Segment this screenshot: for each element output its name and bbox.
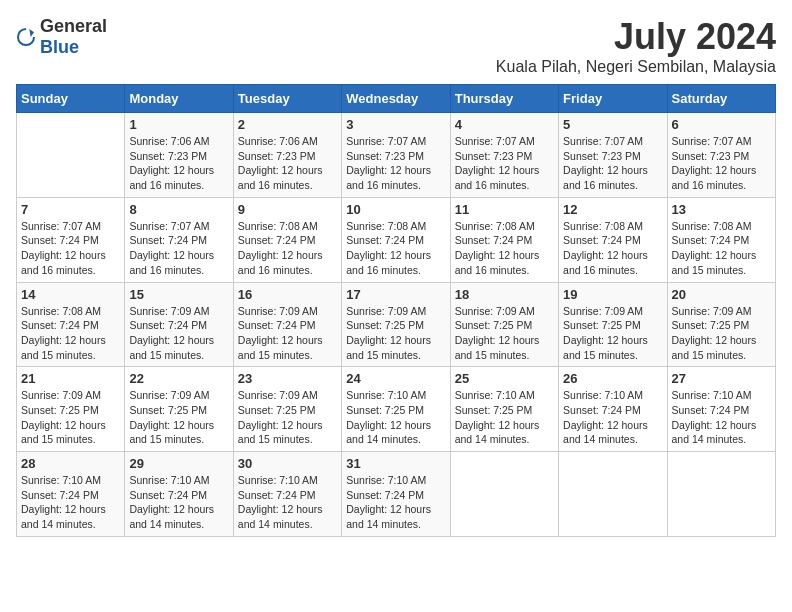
header-cell-thursday: Thursday	[450, 85, 558, 113]
month-title: July 2024	[496, 16, 776, 58]
day-cell: 26Sunrise: 7:10 AMSunset: 7:24 PMDayligh…	[559, 367, 667, 452]
day-cell: 18Sunrise: 7:09 AMSunset: 7:25 PMDayligh…	[450, 282, 558, 367]
day-cell: 6Sunrise: 7:07 AMSunset: 7:23 PMDaylight…	[667, 113, 775, 198]
day-number: 31	[346, 456, 445, 471]
day-cell: 13Sunrise: 7:08 AMSunset: 7:24 PMDayligh…	[667, 197, 775, 282]
day-number: 9	[238, 202, 337, 217]
day-info: Sunrise: 7:06 AMSunset: 7:23 PMDaylight:…	[238, 134, 337, 193]
day-cell: 8Sunrise: 7:07 AMSunset: 7:24 PMDaylight…	[125, 197, 233, 282]
logo-blue: Blue	[40, 37, 79, 57]
day-cell: 9Sunrise: 7:08 AMSunset: 7:24 PMDaylight…	[233, 197, 341, 282]
header-cell-sunday: Sunday	[17, 85, 125, 113]
logo-icon	[16, 27, 36, 47]
day-cell: 27Sunrise: 7:10 AMSunset: 7:24 PMDayligh…	[667, 367, 775, 452]
day-cell: 7Sunrise: 7:07 AMSunset: 7:24 PMDaylight…	[17, 197, 125, 282]
day-number: 26	[563, 371, 662, 386]
day-number: 8	[129, 202, 228, 217]
day-info: Sunrise: 7:10 AMSunset: 7:24 PMDaylight:…	[563, 388, 662, 447]
day-info: Sunrise: 7:10 AMSunset: 7:24 PMDaylight:…	[129, 473, 228, 532]
day-cell: 31Sunrise: 7:10 AMSunset: 7:24 PMDayligh…	[342, 452, 450, 537]
day-cell: 4Sunrise: 7:07 AMSunset: 7:23 PMDaylight…	[450, 113, 558, 198]
day-number: 4	[455, 117, 554, 132]
header-cell-friday: Friday	[559, 85, 667, 113]
day-info: Sunrise: 7:09 AMSunset: 7:25 PMDaylight:…	[238, 388, 337, 447]
day-cell: 3Sunrise: 7:07 AMSunset: 7:23 PMDaylight…	[342, 113, 450, 198]
day-info: Sunrise: 7:10 AMSunset: 7:24 PMDaylight:…	[346, 473, 445, 532]
logo: General Blue	[16, 16, 107, 58]
day-cell: 30Sunrise: 7:10 AMSunset: 7:24 PMDayligh…	[233, 452, 341, 537]
day-cell	[17, 113, 125, 198]
day-number: 23	[238, 371, 337, 386]
day-number: 20	[672, 287, 771, 302]
day-info: Sunrise: 7:08 AMSunset: 7:24 PMDaylight:…	[21, 304, 120, 363]
day-info: Sunrise: 7:09 AMSunset: 7:24 PMDaylight:…	[238, 304, 337, 363]
day-cell: 28Sunrise: 7:10 AMSunset: 7:24 PMDayligh…	[17, 452, 125, 537]
header-row: SundayMondayTuesdayWednesdayThursdayFrid…	[17, 85, 776, 113]
header-cell-tuesday: Tuesday	[233, 85, 341, 113]
day-cell: 19Sunrise: 7:09 AMSunset: 7:25 PMDayligh…	[559, 282, 667, 367]
day-cell: 22Sunrise: 7:09 AMSunset: 7:25 PMDayligh…	[125, 367, 233, 452]
day-info: Sunrise: 7:09 AMSunset: 7:25 PMDaylight:…	[21, 388, 120, 447]
day-cell: 25Sunrise: 7:10 AMSunset: 7:25 PMDayligh…	[450, 367, 558, 452]
day-info: Sunrise: 7:09 AMSunset: 7:25 PMDaylight:…	[455, 304, 554, 363]
day-cell: 23Sunrise: 7:09 AMSunset: 7:25 PMDayligh…	[233, 367, 341, 452]
day-number: 30	[238, 456, 337, 471]
day-cell	[559, 452, 667, 537]
day-info: Sunrise: 7:08 AMSunset: 7:24 PMDaylight:…	[346, 219, 445, 278]
day-cell: 5Sunrise: 7:07 AMSunset: 7:23 PMDaylight…	[559, 113, 667, 198]
day-info: Sunrise: 7:07 AMSunset: 7:23 PMDaylight:…	[672, 134, 771, 193]
day-cell: 1Sunrise: 7:06 AMSunset: 7:23 PMDaylight…	[125, 113, 233, 198]
day-info: Sunrise: 7:07 AMSunset: 7:23 PMDaylight:…	[455, 134, 554, 193]
day-info: Sunrise: 7:09 AMSunset: 7:25 PMDaylight:…	[129, 388, 228, 447]
day-cell: 12Sunrise: 7:08 AMSunset: 7:24 PMDayligh…	[559, 197, 667, 282]
header-cell-saturday: Saturday	[667, 85, 775, 113]
day-number: 13	[672, 202, 771, 217]
day-number: 12	[563, 202, 662, 217]
day-number: 11	[455, 202, 554, 217]
day-number: 1	[129, 117, 228, 132]
day-number: 21	[21, 371, 120, 386]
day-number: 10	[346, 202, 445, 217]
day-number: 2	[238, 117, 337, 132]
day-info: Sunrise: 7:09 AMSunset: 7:25 PMDaylight:…	[346, 304, 445, 363]
day-number: 27	[672, 371, 771, 386]
day-number: 18	[455, 287, 554, 302]
day-info: Sunrise: 7:10 AMSunset: 7:24 PMDaylight:…	[21, 473, 120, 532]
day-info: Sunrise: 7:07 AMSunset: 7:24 PMDaylight:…	[129, 219, 228, 278]
day-number: 3	[346, 117, 445, 132]
title-area: July 2024 Kuala Pilah, Negeri Sembilan, …	[496, 16, 776, 76]
day-number: 5	[563, 117, 662, 132]
day-cell: 16Sunrise: 7:09 AMSunset: 7:24 PMDayligh…	[233, 282, 341, 367]
location-title: Kuala Pilah, Negeri Sembilan, Malaysia	[496, 58, 776, 76]
logo-general: General	[40, 16, 107, 36]
day-cell: 24Sunrise: 7:10 AMSunset: 7:25 PMDayligh…	[342, 367, 450, 452]
day-info: Sunrise: 7:08 AMSunset: 7:24 PMDaylight:…	[238, 219, 337, 278]
day-cell: 20Sunrise: 7:09 AMSunset: 7:25 PMDayligh…	[667, 282, 775, 367]
day-info: Sunrise: 7:08 AMSunset: 7:24 PMDaylight:…	[672, 219, 771, 278]
day-number: 16	[238, 287, 337, 302]
day-cell: 14Sunrise: 7:08 AMSunset: 7:24 PMDayligh…	[17, 282, 125, 367]
week-row-3: 14Sunrise: 7:08 AMSunset: 7:24 PMDayligh…	[17, 282, 776, 367]
day-cell: 10Sunrise: 7:08 AMSunset: 7:24 PMDayligh…	[342, 197, 450, 282]
day-info: Sunrise: 7:08 AMSunset: 7:24 PMDaylight:…	[455, 219, 554, 278]
day-info: Sunrise: 7:10 AMSunset: 7:24 PMDaylight:…	[672, 388, 771, 447]
day-number: 22	[129, 371, 228, 386]
day-number: 17	[346, 287, 445, 302]
day-info: Sunrise: 7:09 AMSunset: 7:25 PMDaylight:…	[672, 304, 771, 363]
day-info: Sunrise: 7:08 AMSunset: 7:24 PMDaylight:…	[563, 219, 662, 278]
day-info: Sunrise: 7:10 AMSunset: 7:24 PMDaylight:…	[238, 473, 337, 532]
day-cell: 21Sunrise: 7:09 AMSunset: 7:25 PMDayligh…	[17, 367, 125, 452]
day-cell: 29Sunrise: 7:10 AMSunset: 7:24 PMDayligh…	[125, 452, 233, 537]
week-row-1: 1Sunrise: 7:06 AMSunset: 7:23 PMDaylight…	[17, 113, 776, 198]
day-number: 6	[672, 117, 771, 132]
day-cell	[450, 452, 558, 537]
header: General Blue July 2024 Kuala Pilah, Nege…	[16, 16, 776, 76]
logo-text: General Blue	[40, 16, 107, 58]
day-cell: 17Sunrise: 7:09 AMSunset: 7:25 PMDayligh…	[342, 282, 450, 367]
day-number: 25	[455, 371, 554, 386]
week-row-5: 28Sunrise: 7:10 AMSunset: 7:24 PMDayligh…	[17, 452, 776, 537]
day-number: 28	[21, 456, 120, 471]
day-cell: 11Sunrise: 7:08 AMSunset: 7:24 PMDayligh…	[450, 197, 558, 282]
day-info: Sunrise: 7:07 AMSunset: 7:23 PMDaylight:…	[563, 134, 662, 193]
day-cell: 15Sunrise: 7:09 AMSunset: 7:24 PMDayligh…	[125, 282, 233, 367]
